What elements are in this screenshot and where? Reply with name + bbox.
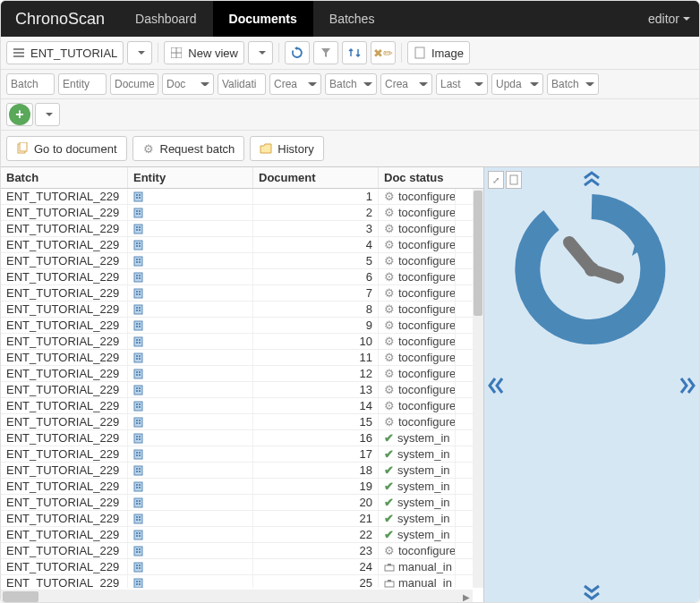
page-button[interactable] bbox=[506, 171, 522, 189]
filter-batch2[interactable]: Batch bbox=[325, 73, 377, 95]
svg-rect-136 bbox=[385, 582, 394, 587]
user-label: editor bbox=[648, 12, 679, 26]
col-header-batch[interactable]: Batch bbox=[1, 167, 128, 188]
table-row[interactable]: ENT_TUTORIAL_22921✔system_in bbox=[1, 511, 473, 527]
funnel-icon bbox=[320, 47, 331, 58]
filter-row: Batch Entity Docume Doc Validati Crea Ba… bbox=[1, 70, 699, 99]
cell-entity bbox=[128, 189, 253, 204]
table-row[interactable]: ENT_TUTORIAL_22923⚙toconfigure bbox=[1, 543, 473, 559]
filter-doc-status[interactable]: Doc bbox=[162, 73, 214, 95]
view-dropdown-caret[interactable] bbox=[248, 41, 273, 64]
svg-rect-32 bbox=[136, 261, 138, 263]
filter-updated[interactable]: Upda bbox=[491, 73, 543, 95]
settings-button[interactable]: ✖✏ bbox=[371, 41, 396, 64]
table-row[interactable]: ENT_TUTORIAL_22919✔system_in bbox=[1, 479, 473, 495]
nav-right[interactable] bbox=[679, 377, 696, 395]
table-row[interactable]: ENT_TUTORIAL_22925manual_in bbox=[1, 575, 473, 588]
goto-label: Go to document bbox=[34, 142, 117, 156]
table-row[interactable]: ENT_TUTORIAL_2299⚙toconfigure bbox=[1, 318, 473, 334]
table-row[interactable]: ENT_TUTORIAL_22922✔system_in bbox=[1, 527, 473, 543]
table-row[interactable]: ENT_TUTORIAL_22913⚙toconfigure bbox=[1, 382, 473, 398]
table-row[interactable]: ENT_TUTORIAL_22917✔system_in bbox=[1, 446, 473, 463]
nav-up[interactable] bbox=[583, 171, 601, 187]
svg-rect-52 bbox=[136, 326, 138, 327]
table-row[interactable]: ENT_TUTORIAL_22915⚙toconfigure bbox=[1, 414, 473, 430]
table-row[interactable]: ENT_TUTORIAL_22914⚙toconfigure bbox=[1, 398, 473, 414]
building-icon bbox=[133, 401, 143, 412]
user-menu[interactable]: editor bbox=[639, 1, 699, 37]
table-row[interactable]: ENT_TUTORIAL_22912⚙toconfigure bbox=[1, 366, 473, 382]
config-dropdown-caret[interactable] bbox=[127, 41, 152, 64]
svg-rect-120 bbox=[136, 548, 138, 550]
sort-button[interactable] bbox=[342, 41, 367, 64]
table-row[interactable]: ENT_TUTORIAL_2298⚙toconfigure bbox=[1, 302, 473, 318]
add-button[interactable]: + bbox=[6, 103, 33, 126]
col-header-status[interactable]: Doc status bbox=[379, 167, 456, 188]
svg-rect-95 bbox=[136, 468, 138, 470]
table-row[interactable]: ENT_TUTORIAL_22920✔system_in bbox=[1, 495, 473, 511]
cell-entity bbox=[128, 318, 253, 333]
svg-rect-81 bbox=[139, 420, 141, 421]
svg-rect-27 bbox=[136, 245, 138, 247]
svg-rect-39 bbox=[134, 289, 142, 298]
refresh-button[interactable] bbox=[285, 41, 310, 64]
table-row[interactable]: ENT_TUTORIAL_22911⚙toconfigure bbox=[1, 350, 473, 366]
nav-down[interactable] bbox=[583, 584, 601, 600]
table-row[interactable]: ENT_TUTORIAL_2297⚙toconfigure bbox=[1, 285, 473, 302]
horizontal-scrollbar[interactable]: ◀ ▶ bbox=[1, 590, 473, 603]
filter-batch3[interactable]: Batch bbox=[547, 73, 599, 95]
cell-document: 5 bbox=[253, 253, 379, 268]
vertical-scrollbar[interactable]: ▲ bbox=[473, 189, 483, 588]
col-header-document[interactable]: Document bbox=[253, 167, 379, 188]
building-icon bbox=[133, 240, 143, 251]
table-row[interactable]: ENT_TUTORIAL_22910⚙toconfigure bbox=[1, 334, 473, 350]
goto-document-button[interactable]: Go to document bbox=[6, 136, 127, 161]
nav-batches[interactable]: Batches bbox=[313, 1, 391, 37]
table-row[interactable]: ENT_TUTORIAL_2293⚙toconfigure bbox=[1, 221, 473, 237]
table-row[interactable]: ENT_TUTORIAL_2292⚙toconfigure bbox=[1, 205, 473, 221]
add-dropdown[interactable] bbox=[35, 103, 60, 126]
nav-documents[interactable]: Documents bbox=[213, 1, 313, 37]
nav-left[interactable] bbox=[488, 377, 504, 395]
filter-batch[interactable]: Batch bbox=[6, 73, 55, 95]
filter-created2[interactable]: Crea bbox=[380, 73, 432, 95]
svg-rect-41 bbox=[139, 291, 141, 293]
history-button[interactable]: History bbox=[250, 136, 323, 161]
svg-rect-54 bbox=[134, 337, 142, 346]
fit-page-button[interactable]: ⤢ bbox=[488, 171, 504, 189]
table-row[interactable]: ENT_TUTORIAL_2296⚙toconfigure bbox=[1, 269, 473, 285]
svg-rect-55 bbox=[136, 339, 138, 341]
table-row[interactable]: ENT_TUTORIAL_2291⚙toconfigure bbox=[1, 189, 473, 205]
nav-dashboard[interactable]: Dashboard bbox=[119, 1, 213, 37]
filter-button[interactable] bbox=[313, 41, 338, 64]
view-dropdown[interactable]: New view bbox=[164, 41, 244, 64]
svg-rect-43 bbox=[139, 293, 141, 295]
filter-entity[interactable]: Entity bbox=[58, 73, 107, 95]
table-row[interactable]: ENT_TUTORIAL_2294⚙toconfigure bbox=[1, 237, 473, 253]
filter-created[interactable]: Crea bbox=[269, 73, 321, 95]
image-button[interactable]: Image bbox=[407, 41, 470, 64]
request-batch-button[interactable]: ⚙ Request batch bbox=[132, 136, 245, 161]
scroll-thumb[interactable] bbox=[3, 591, 38, 602]
cell-entity bbox=[128, 463, 253, 478]
cell-status: ⚙toconfigure bbox=[379, 253, 456, 268]
cell-document: 22 bbox=[253, 527, 379, 542]
svg-rect-66 bbox=[139, 371, 141, 373]
filter-last[interactable]: Last bbox=[436, 73, 488, 95]
table-row[interactable]: ENT_TUTORIAL_22916✔system_in bbox=[1, 430, 473, 446]
table-row[interactable]: ENT_TUTORIAL_22918✔system_in bbox=[1, 463, 473, 479]
svg-rect-119 bbox=[134, 547, 142, 556]
check-icon: ✔ bbox=[384, 447, 394, 461]
cell-status: ⚙toconfigure bbox=[379, 302, 456, 317]
add-row: + bbox=[1, 99, 699, 131]
table-row[interactable]: ENT_TUTORIAL_22924manual_in bbox=[1, 559, 473, 575]
filter-validation[interactable]: Validati bbox=[218, 73, 266, 95]
cell-batch: ENT_TUTORIAL_229 bbox=[1, 543, 128, 558]
filter-document[interactable]: Docume bbox=[110, 73, 158, 95]
table-row[interactable]: ENT_TUTORIAL_2295⚙toconfigure bbox=[1, 253, 473, 269]
svg-rect-88 bbox=[139, 438, 141, 440]
config-dropdown[interactable]: ENT_TUTORIAL bbox=[6, 41, 124, 64]
col-header-entity[interactable]: Entity bbox=[128, 167, 253, 188]
scroll-thumb[interactable] bbox=[474, 191, 482, 316]
building-icon bbox=[133, 208, 143, 218]
